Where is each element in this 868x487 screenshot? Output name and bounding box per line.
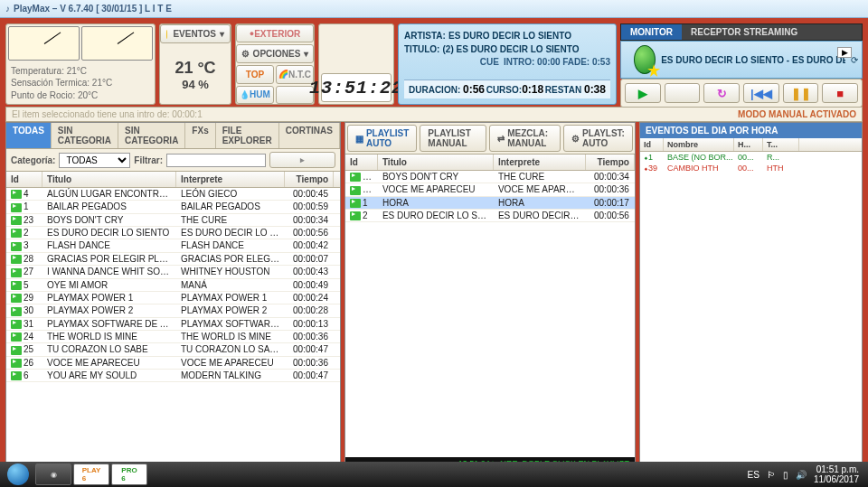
now-playing-panel: ARTISTA: ES DURO DECIR LO SIENTO TITULO:… (398, 23, 617, 105)
tab-file-explorer[interactable]: FILE EXPLORER (216, 123, 279, 148)
tab-playlist-auto[interactable]: ▦ PLAYLIST AUTO (347, 125, 417, 152)
humidity-big: 94 % (182, 78, 209, 91)
table-row[interactable]: 25TU CORAZON LO SABETU CORAZON LO SABE00… (6, 343, 340, 356)
loop-button[interactable]: ↻ (703, 83, 740, 103)
tab-sin-categoria-1[interactable]: SIN CATEGORIA (52, 123, 118, 148)
blank-transport-button[interactable] (665, 83, 701, 103)
tab-cortinas[interactable]: CORTINAS (279, 123, 340, 148)
pause-button[interactable]: ❚❚ (783, 83, 819, 103)
category-select[interactable]: TODAS (59, 153, 130, 168)
coming-up-text: ES DURO DECIR LO SIENTO - ES DURO DECIR … (661, 55, 845, 65)
weather-dewpoint: Punto de Rocio: 20°C (11, 89, 150, 102)
globe-icon (634, 45, 656, 74)
table-row[interactable]: 2ES DURO DECIR LO SIENTOES DURO DECIR LO… (345, 210, 635, 222)
opciones-button[interactable]: ⚙ OPCIONES ▾ (236, 44, 314, 63)
table-row[interactable]: 23BOYS DON'T CRYTHE CURE00:00:34 (345, 171, 635, 183)
tab-playlist-manual[interactable]: PLAYLIST MANUAL (420, 125, 486, 152)
table-row[interactable]: 1HORAHORA00:00:17 (345, 197, 635, 210)
weather-sensation: Sensación Termica: 21°C (11, 77, 150, 89)
task-pro6[interactable]: PRO6 (111, 464, 147, 485)
col-tiempo[interactable]: Tiempo (285, 172, 334, 187)
table-row[interactable]: 24THE WORLD IS MINETHE WORLD IS MINE00:0… (6, 331, 340, 343)
library-pane: TODAS SIN CATEGORIA SIN CATEGORIA FXs FI… (5, 122, 341, 471)
table-row[interactable]: 27I WANNA DANCE WHIT SOME...WHITNEY HOUS… (6, 266, 340, 278)
tray-network-icon[interactable]: ▯ (783, 470, 788, 480)
temperature-big: 21 °C (175, 59, 215, 78)
window-titlebar: ♪ PlayMax – V 6.7.40 [ 30/01/15 ] L I T … (0, 0, 868, 18)
tab-mezcla[interactable]: ⇄ MEZCLA: MANUAL (489, 125, 561, 152)
events-header: EVENTOS DEL DIA POR HORA (640, 123, 862, 138)
table-row[interactable]: 31PLAYMAX SOFTWARE DE AUT...PLAYMAX SOFT… (6, 318, 340, 331)
col-interprete[interactable]: Interprete (176, 172, 285, 187)
col-id[interactable]: Id (6, 172, 42, 187)
np-remaining: 0:38 (584, 83, 606, 96)
table-row[interactable]: 2ES DURO DECIR LO SIENTOES DURO DECIR LO… (6, 227, 340, 239)
table-row[interactable]: 23BOYS DON'T CRYTHE CURE00:00:34 (6, 214, 340, 227)
events-pane: EVENTOS DEL DIA POR HORA Id Nombre H... … (639, 122, 863, 471)
table-row[interactable]: 4ALGÚN LUGAR ENCONTRARELEÓN GIECO00:00:4… (6, 188, 340, 201)
receptor-tab[interactable]: RECEPTOR STREAMING (682, 24, 807, 40)
app-title: PlayMax – V 6.7.40 [ 30/01/15 ] L I T E (14, 4, 172, 14)
tray-flag-icon[interactable]: 🏳 (767, 470, 776, 480)
tray-lang[interactable]: ES (748, 470, 760, 480)
playlist-pane: ▦ PLAYLIST AUTO PLAYLIST MANUAL ⇄ MEZCLA… (344, 122, 636, 471)
play-button[interactable]: ▶ (625, 83, 661, 103)
tab-sin-categoria-2[interactable]: SIN CATEGORIA (118, 123, 185, 148)
np-duration: 0:56 (463, 83, 485, 96)
vu-meter-right (81, 26, 153, 61)
stop-button[interactable]: ■ (822, 83, 858, 103)
tab-todas[interactable]: TODAS (6, 123, 52, 148)
previous-button[interactable]: |◀◀ (743, 83, 779, 103)
exterior-button[interactable]: ●EXTERIOR (236, 24, 314, 42)
np-cursor: 0:18 (522, 83, 543, 96)
status-bar: El item seleccionado tiene una intro de:… (5, 107, 863, 122)
table-row[interactable]: 26VOCE ME APARECEUVOCE ME APARECEU00:00:… (345, 183, 635, 196)
eventos-button[interactable]: EVENTOS ▾ (160, 24, 231, 43)
table-row[interactable]: ⬥1BASE (NO BOR...00...R... (640, 152, 862, 163)
table-row[interactable]: ⬥39CAMBIO HTH00...HTH (640, 163, 862, 173)
np-artist: ES DURO DECIR LO SIENTO (448, 31, 571, 41)
weather-temperature: Temperatura: 21°C (11, 65, 150, 78)
table-row[interactable]: 28GRACIAS POR ELEGIR PLAYM...GRACIAS POR… (6, 253, 340, 266)
hum-button[interactable]: 💧HUM (236, 86, 274, 104)
start-button[interactable] (2, 462, 34, 487)
table-row[interactable]: 30PLAYMAX POWER 2PLAYMAX POWER 200:00:28 (6, 304, 340, 317)
mode-indicator: MODO MANUAL ACTIVADO (738, 109, 856, 119)
table-row[interactable]: 29PLAYMAX POWER 1PLAYMAX POWER 100:00:24 (6, 292, 340, 304)
tray-sound-icon[interactable]: 🔊 (796, 470, 807, 480)
ntc-button[interactable]: 🌈N.T.C (276, 65, 314, 83)
filter-go-button[interactable]: ▸ (269, 152, 335, 168)
table-row[interactable]: 1BAILAR PEGADOSBAILAR PEGADOS00:00:59 (6, 201, 340, 213)
table-row[interactable]: 5OYE MI AMORMANÁ00:00:49 (6, 279, 340, 292)
table-row[interactable]: 3FLASH DANCEFLASH DANCE00:00:42 (6, 239, 340, 252)
filter-input[interactable] (166, 154, 266, 167)
table-row[interactable]: 6YOU ARE MY SOULDMODERN TALKING00:00:47 (6, 370, 340, 382)
vu-meter-left (8, 26, 80, 61)
app-icon: ♪ (5, 4, 10, 14)
refresh-icon[interactable]: ⟳ (851, 55, 858, 65)
top-button[interactable]: TOP (236, 65, 274, 83)
monitor-tab[interactable]: MONITOR (621, 24, 682, 40)
task-play6[interactable]: PLAY6 (73, 464, 109, 485)
col-titulo[interactable]: Titulo (42, 172, 176, 187)
next-track-arrow[interactable]: ▶ (837, 47, 852, 58)
tray-clock[interactable]: 01:51 p.m.11/06/2017 (814, 464, 859, 484)
blank-button[interactable] (276, 86, 314, 104)
windows-taskbar[interactable]: ◉ PLAY6 PRO6 ES 🏳 ▯ 🔊 01:51 p.m.11/06/20… (0, 462, 868, 487)
tab-plst-auto[interactable]: ⚙ PLAYLST: AUTO (563, 125, 633, 152)
np-title: (2) ES DURO DECIR LO SIENTO (443, 44, 580, 54)
tab-fxs[interactable]: FXs (185, 123, 215, 148)
task-chrome[interactable]: ◉ (35, 464, 71, 485)
table-row[interactable]: 26VOCE ME APARECEUVOCE ME APARECEU00:00:… (6, 357, 340, 370)
vu-weather-panel: Temperatura: 21°C Sensación Termica: 21°… (5, 23, 156, 105)
clock-display: 13:51:22 (321, 73, 392, 102)
